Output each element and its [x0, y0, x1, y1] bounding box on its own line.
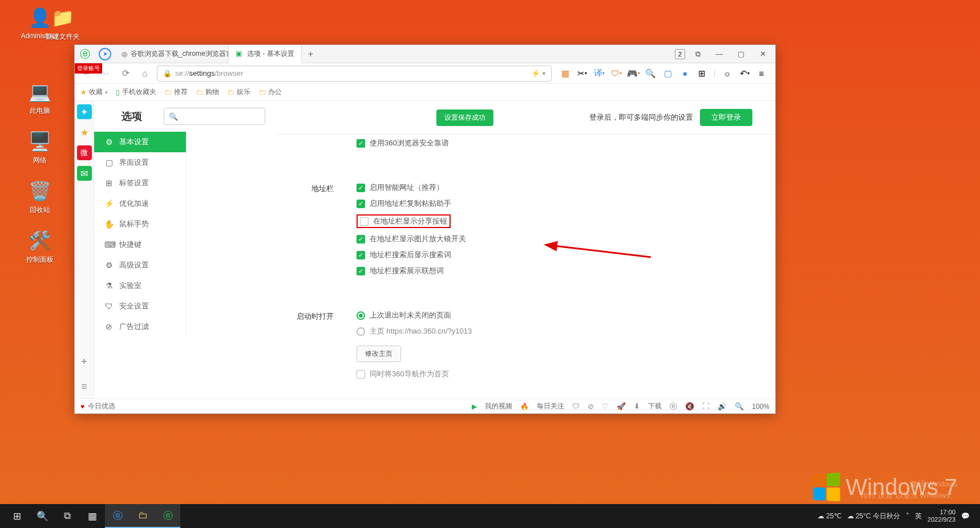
- browser-logo-icon[interactable]: ⓔ: [77, 46, 93, 62]
- dock-star-icon[interactable]: ★: [77, 125, 92, 140]
- grid-icon[interactable]: ⊞: [696, 68, 708, 79]
- desktop-icon-recycle[interactable]: 🗑️回收站: [6, 179, 74, 215]
- weather-text[interactable]: ☁ 25°C 今日秋分: [847, 511, 901, 521]
- bolt-icon[interactable]: ⚡: [531, 69, 540, 78]
- radio-last-session[interactable]: [357, 311, 365, 320]
- bookmark-shopping[interactable]: 🗀购物: [196, 87, 219, 97]
- system-tray: ☁ 25℃ ☁ 25°C 今日秋分 ˄ 英 17:002022/9/23 💬: [817, 509, 975, 523]
- apps-button[interactable]: ▦: [80, 504, 105, 528]
- close-button[interactable]: ✕: [754, 46, 772, 62]
- checkbox-paste-helper[interactable]: ✓: [357, 200, 365, 208]
- sidebar-item-shortcuts[interactable]: ⌨快捷键: [94, 234, 186, 255]
- bookmark-office[interactable]: 🗀办公: [258, 87, 282, 97]
- notification-icon[interactable]: 💬: [961, 512, 970, 520]
- bookmark-recommend[interactable]: 🗀推荐: [164, 87, 188, 97]
- rocket-status-icon[interactable]: 🚀: [617, 402, 626, 411]
- extension-icon-1[interactable]: ▦: [560, 68, 571, 79]
- translate-icon[interactable]: 译▾: [594, 68, 605, 79]
- bookmark-entertainment[interactable]: 🗀娱乐: [227, 87, 250, 97]
- weather-tray[interactable]: ☁ 25℃: [817, 512, 841, 520]
- block-status-icon[interactable]: ⊘: [588, 402, 594, 411]
- search-icon[interactable]: 🔍: [645, 68, 657, 79]
- task-view-button[interactable]: ⧉: [55, 504, 80, 528]
- sidebar-item-speed[interactable]: ⚡优化加速: [94, 193, 186, 214]
- checkbox-safe-engine[interactable]: ✓: [357, 139, 365, 148]
- tab-count-badge[interactable]: 2: [675, 49, 685, 59]
- picture-in-picture-button[interactable]: ⧉: [689, 46, 707, 62]
- minimize-button[interactable]: —: [710, 46, 728, 62]
- modify-homepage-button[interactable]: 修改主页: [357, 346, 401, 362]
- desktop-icon-control[interactable]: 🛠️控制面板: [6, 229, 74, 265]
- desktop-icon-folder[interactable]: 📁新建文件夹: [46, 6, 80, 42]
- zoom-level[interactable]: 100%: [752, 403, 770, 411]
- download-icon[interactable]: ⬇: [634, 402, 640, 411]
- tab-chrome-download[interactable]: ◎谷歌浏览器下载_chrome浏览器官: [115, 45, 229, 63]
- circle-icon[interactable]: ●: [679, 68, 691, 79]
- dock-mail-icon[interactable]: ✉: [77, 166, 92, 181]
- menu-icon[interactable]: ≡: [756, 68, 767, 79]
- checkbox-share-button[interactable]: [360, 217, 368, 226]
- maximize-button[interactable]: ▢: [732, 46, 750, 62]
- game-icon[interactable]: 🎮▾: [628, 68, 639, 79]
- search-button[interactable]: 🔍: [30, 504, 55, 528]
- sidebar-item-basic[interactable]: ⚙基本设置: [94, 132, 186, 152]
- theme-icon[interactable]: ☼: [722, 68, 733, 79]
- radio-homepage[interactable]: [357, 327, 365, 336]
- taskbar-explorer[interactable]: 🗀: [130, 504, 155, 528]
- sidebar-item-lab[interactable]: ⚗实验室: [94, 275, 186, 296]
- settings-search-input[interactable]: 🔍: [164, 108, 265, 125]
- shield-icon[interactable]: 🛡▾: [611, 68, 622, 79]
- compass-icon[interactable]: ➤: [99, 48, 111, 60]
- login-button[interactable]: 立即登录: [700, 109, 752, 126]
- daily-focus[interactable]: 每日关注: [537, 401, 564, 411]
- heart-icon[interactable]: ♥: [80, 403, 84, 411]
- ie-mode-icon[interactable]: ⓔ: [670, 401, 677, 412]
- taskbar-360[interactable]: ⓔ: [155, 504, 180, 528]
- sidebar-item-gestures[interactable]: ✋鼠标手势: [94, 214, 186, 234]
- url-input[interactable]: 🔒 se://settings/browser ⚡▾: [157, 66, 552, 82]
- start-button[interactable]: ⊞: [5, 504, 30, 528]
- taskbar-edge[interactable]: ⓔ: [105, 504, 130, 528]
- sidebar-item-advanced[interactable]: ⚙高级设置: [94, 255, 186, 275]
- my-video[interactable]: 我的视频: [485, 401, 512, 411]
- desktop-icon-pc[interactable]: 💻此电脑: [6, 80, 74, 116]
- clock[interactable]: 17:002022/9/23: [928, 509, 955, 523]
- mute-icon[interactable]: 🔇: [685, 402, 694, 411]
- sidebar-item-security[interactable]: 🛡安全设置: [94, 296, 186, 316]
- dock-icon-1[interactable]: ✦: [77, 104, 92, 119]
- volume-icon[interactable]: 🔊: [718, 402, 727, 411]
- play-icon[interactable]: ▶: [472, 403, 477, 411]
- tab-settings[interactable]: ▣选项 - 基本设置: [229, 45, 302, 63]
- favorites-button[interactable]: ★收藏▾: [80, 87, 108, 97]
- sidebar-item-adblock[interactable]: ⊘广告过滤: [94, 316, 186, 337]
- desktop-icon-network[interactable]: 🖥️网络: [6, 129, 74, 165]
- checkbox-360-nav[interactable]: [357, 370, 365, 379]
- today-pick[interactable]: 今日优选: [88, 401, 115, 411]
- bookmark-mobile[interactable]: ▯手机收藏夹: [116, 87, 156, 97]
- undo-icon[interactable]: ↶▾: [739, 68, 750, 79]
- sidebar-item-tabs[interactable]: ⊞标签设置: [94, 173, 186, 193]
- fire-icon[interactable]: 🔥: [520, 403, 529, 411]
- chevron-down-icon[interactable]: ▾: [542, 70, 545, 76]
- new-tab-button[interactable]: +: [302, 49, 320, 59]
- reload-button[interactable]: ⟳: [118, 66, 133, 81]
- keyboard-icon: ⌨: [104, 240, 114, 249]
- heart-status-icon[interactable]: ♡: [602, 402, 609, 411]
- scissors-icon[interactable]: ✂▾: [577, 68, 588, 79]
- checkbox-smart-url[interactable]: ✓: [357, 184, 365, 192]
- checkbox-suggestions[interactable]: ✓: [357, 267, 365, 275]
- dock-weibo-icon[interactable]: 微: [77, 145, 92, 160]
- sidebar-item-ui[interactable]: ▢界面设置: [94, 152, 186, 173]
- expand-icon[interactable]: ⛶: [702, 402, 710, 411]
- tray-chevron[interactable]: ˄: [906, 512, 909, 520]
- shield-status-icon[interactable]: 🛡: [572, 402, 580, 411]
- login-badge[interactable]: 登录账号: [75, 63, 102, 74]
- dock-menu-button[interactable]: ≡: [77, 379, 92, 394]
- checkbox-search-term[interactable]: ✓: [357, 251, 365, 259]
- ime-indicator[interactable]: 英: [915, 511, 922, 521]
- zoom-icon[interactable]: 🔍: [735, 402, 744, 411]
- dock-add-button[interactable]: +: [77, 354, 92, 369]
- app-icon[interactable]: ▢: [662, 68, 674, 79]
- home-button[interactable]: ⌂: [137, 66, 152, 81]
- checkbox-magnifier[interactable]: ✓: [357, 235, 365, 243]
